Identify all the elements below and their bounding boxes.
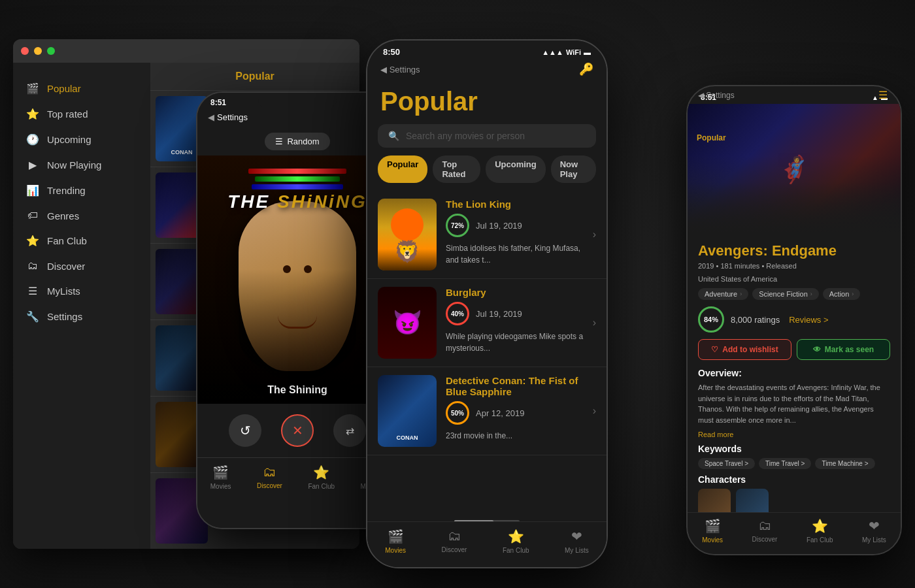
movies-icon-3: 🎬 bbox=[705, 518, 721, 534]
hamburger-icon: ☰ bbox=[275, 137, 283, 146]
lion-king-arrow: › bbox=[593, 229, 596, 240]
replay-button[interactable]: ↺ bbox=[229, 414, 261, 447]
burglary-meta: 40% Jul 19, 2019 bbox=[446, 302, 584, 325]
genre-scifi-label: Science Fiction bbox=[759, 290, 808, 298]
sidebar-item-fan-club[interactable]: ⭐ Fan Club bbox=[13, 228, 150, 253]
fanclub-icon-3: ⭐ bbox=[812, 518, 828, 534]
tab-upcoming[interactable]: Upcoming bbox=[486, 155, 546, 183]
detail-back[interactable]: ◀ Settings bbox=[698, 91, 735, 100]
wishlist-label: Add to wishlist bbox=[722, 345, 778, 354]
sidebar-item-upcoming[interactable]: 🕐 Upcoming bbox=[13, 127, 150, 152]
phone3-nav: ◀ Settings ☰ bbox=[688, 86, 901, 104]
lion-king-poster: 🦁 bbox=[378, 199, 437, 270]
detail-nav-discover[interactable]: 🗂 Discover bbox=[752, 518, 777, 544]
sidebar-item-now-playing[interactable]: ▶ Now Playing bbox=[13, 152, 150, 178]
discover-icon-3: 🗂 bbox=[758, 518, 771, 533]
rating-row: 84% 8,000 ratings Reviews > bbox=[698, 306, 890, 333]
sidebar-item-top-rated-label: Top rated bbox=[47, 108, 88, 120]
tab-now-playing[interactable]: Now Play bbox=[551, 155, 596, 183]
popular-nav-fanclub[interactable]: ⭐ Fan Club bbox=[503, 529, 529, 554]
sun bbox=[391, 208, 424, 241]
sidebar-item-mylists[interactable]: ☰ MyLists bbox=[13, 278, 150, 304]
movies-icon-2: 🎬 bbox=[388, 529, 404, 544]
popular-nav-discover[interactable]: 🗂 Discover bbox=[441, 529, 467, 554]
detail-nav-mylists[interactable]: ❤ My Lists bbox=[862, 518, 886, 544]
shining-nav-movies[interactable]: 🎬 Movies bbox=[210, 465, 231, 490]
sidebar-item-top-rated[interactable]: ⭐ Top rated bbox=[13, 101, 150, 127]
shining-nav-fanclub[interactable]: ⭐ Fan Club bbox=[308, 465, 335, 490]
popular-time: 8:50 bbox=[383, 47, 400, 57]
signal-icon: ▲▲▲ bbox=[542, 48, 563, 56]
keyword-time-travel[interactable]: Time Travel > bbox=[759, 458, 811, 469]
movie-card-burglary[interactable]: 😈 Burglary 40% Jul 19, 2019 While playin… bbox=[367, 279, 607, 367]
popular-back[interactable]: ◀ Settings bbox=[380, 65, 420, 74]
eye-icon: 👁 bbox=[813, 345, 821, 354]
genre-tags: Adventure › Science Fiction › Action › bbox=[698, 288, 890, 300]
mark-seen-button[interactable]: 👁 Mark as seen bbox=[797, 339, 890, 360]
wishlist-button[interactable]: ♡ Add to wishlist bbox=[698, 339, 791, 360]
phone2-bottom-nav: 🎬 Movies 🗂 Discover ⭐ Fan Club ❤ My List… bbox=[367, 521, 607, 567]
detail-nav-movies[interactable]: 🎬 Movies bbox=[702, 518, 723, 544]
nav-fanclub-label: Fan Club bbox=[308, 483, 335, 490]
sidebar-item-mylists-label: MyLists bbox=[47, 286, 80, 297]
sidebar: 🎬 Popular ⭐ Top rated 🕐 Upcoming ▶ Now P… bbox=[13, 63, 150, 549]
trending-icon: 📊 bbox=[26, 184, 39, 197]
search-bar[interactable]: 🔍 Search any movies or person bbox=[378, 124, 596, 148]
shining-nav-discover[interactable]: 🗂 Discover bbox=[257, 465, 282, 490]
shuffle-button[interactable]: ⇄ bbox=[333, 414, 366, 447]
genre-adventure[interactable]: Adventure › bbox=[698, 288, 748, 300]
sidebar-item-genres[interactable]: 🏷 Genres bbox=[13, 203, 150, 228]
shining-nav-text: Settings bbox=[217, 112, 248, 122]
movie-card-conan[interactable]: CONAN Detective Conan: The Fist of Blue … bbox=[367, 367, 607, 455]
status-icons: ▲▲▲ WiFi ▬ bbox=[542, 48, 591, 56]
tab-top-rated[interactable]: Top Rated bbox=[433, 155, 480, 183]
nav-movies-3: Movies bbox=[702, 536, 723, 544]
popular-nav-mylists[interactable]: ❤ My Lists bbox=[565, 529, 589, 554]
mac-close-btn[interactable] bbox=[21, 47, 29, 55]
shining-movie-name: The Shining bbox=[267, 384, 327, 395]
random-label: Random bbox=[287, 137, 319, 146]
popular-nav-movies[interactable]: 🎬 Movies bbox=[385, 529, 406, 554]
genre-action[interactable]: Action › bbox=[823, 288, 861, 300]
phone2-nav: ◀ Settings 🔑 bbox=[367, 59, 607, 82]
conan-info: Detective Conan: The Fist of Blue Sapphi… bbox=[446, 375, 584, 442]
keyword-space-travel[interactable]: Space Travel > bbox=[698, 458, 755, 469]
mac-min-btn[interactable] bbox=[34, 47, 42, 55]
lion-king-meta: 72% Jul 19, 2019 bbox=[446, 214, 584, 237]
mac-max-btn[interactable] bbox=[47, 47, 55, 55]
nav-discover-2-label: Discover bbox=[441, 546, 467, 553]
fanclub-nav-icon: ⭐ bbox=[313, 465, 329, 480]
sidebar-item-trending[interactable]: 📊 Trending bbox=[13, 178, 150, 203]
tab-popular[interactable]: Popular bbox=[378, 155, 427, 183]
discover-icon-2: 🗂 bbox=[448, 529, 461, 544]
reviews-link[interactable]: Reviews > bbox=[789, 315, 828, 325]
conan-arrow: › bbox=[593, 405, 596, 417]
movie-card-lion-king[interactable]: 🦁 The Lion King 72% Jul 19, 2019 Simba i… bbox=[367, 191, 607, 279]
random-button[interactable]: ☰ Random bbox=[265, 133, 329, 150]
sidebar-item-now-playing-label: Now Playing bbox=[47, 159, 101, 171]
nav-movies-label: Movies bbox=[210, 483, 231, 490]
discover-icon: 🗂 bbox=[26, 260, 39, 272]
seen-label: Mark as seen bbox=[825, 345, 874, 354]
phone3-bottom-nav: 🎬 Movies 🗂 Discover ⭐ Fan Club ❤ My List… bbox=[688, 512, 901, 554]
burglary-rating: 40% bbox=[446, 302, 469, 325]
mylists-icon-2: ❤ bbox=[571, 529, 582, 544]
sidebar-item-popular[interactable]: 🎬 Popular bbox=[13, 76, 150, 101]
eye-left bbox=[283, 265, 291, 273]
burglary-desc: While playing videogames Mike spots a my… bbox=[446, 331, 584, 354]
sidebar-item-genres-label: Genres bbox=[47, 210, 79, 221]
movie-meta: 2019 • 181 minutes • Released bbox=[698, 262, 890, 270]
sidebar-item-discover[interactable]: 🗂 Discover bbox=[13, 253, 150, 278]
conan-rating: 50% bbox=[446, 401, 469, 425]
detail-nav-fanclub[interactable]: ⭐ Fan Club bbox=[807, 518, 833, 544]
read-more-link[interactable]: Read more bbox=[698, 431, 890, 438]
sidebar-item-settings[interactable]: 🔧 Settings bbox=[13, 304, 150, 329]
search-placeholder: Search any movies or person bbox=[406, 131, 525, 141]
genre-adventure-label: Adventure bbox=[705, 290, 737, 298]
sidebar-item-fan-club-label: Fan Club bbox=[47, 235, 87, 246]
conan2-visual: CONAN bbox=[378, 375, 437, 447]
dislike-button[interactable]: ✕ bbox=[281, 414, 314, 447]
genre-scifi[interactable]: Science Fiction › bbox=[752, 288, 819, 300]
keyword-time-machine[interactable]: Time Machine > bbox=[815, 458, 874, 469]
battery-icon-2: ▬ bbox=[584, 48, 591, 56]
